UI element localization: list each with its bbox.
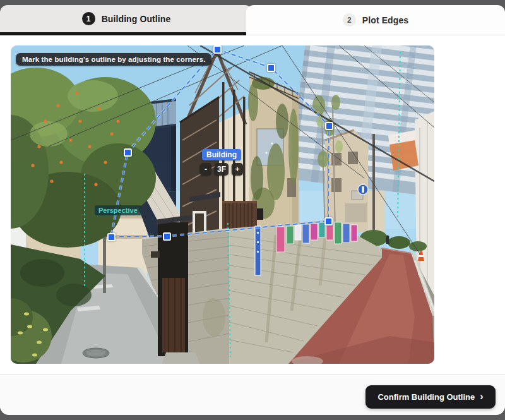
floor-value: 3F bbox=[215, 163, 229, 176]
outline-corner-handle[interactable] bbox=[267, 64, 275, 72]
chevron-right-icon: › bbox=[480, 392, 483, 402]
tab-building-outline[interactable]: 1 Building Outline bbox=[0, 5, 252, 35]
floor-increase-button[interactable]: + bbox=[232, 163, 243, 176]
step-1-badge: 1 bbox=[82, 12, 95, 25]
tab-plot-edges[interactable]: 2 Plot Edges bbox=[246, 5, 505, 35]
outline-corner-handle[interactable] bbox=[324, 217, 333, 225]
instruction-tooltip: Mark the building's outline by adjusting… bbox=[16, 53, 211, 66]
street-photo bbox=[11, 45, 434, 364]
outline-corner-handle[interactable] bbox=[163, 232, 171, 241]
tab-building-outline-label: Building Outline bbox=[102, 14, 171, 24]
building-tag: Building bbox=[202, 149, 241, 160]
confirm-button-label: Confirm Building Outline bbox=[377, 392, 475, 402]
outline-corner-handle[interactable] bbox=[107, 233, 116, 241]
outline-corner-handle[interactable] bbox=[124, 148, 132, 157]
main-content: Mark the building's outline by adjusting… bbox=[0, 35, 505, 414]
tab-plot-edges-label: Plot Edges bbox=[362, 15, 408, 25]
perspective-tag: Perspective bbox=[95, 205, 141, 215]
outline-corner-handle[interactable] bbox=[213, 45, 222, 54]
footer-bar: Confirm Building Outline › bbox=[0, 374, 505, 415]
annotation-canvas[interactable]: Mark the building's outline by adjusting… bbox=[11, 45, 434, 364]
outline-corner-handle[interactable] bbox=[325, 122, 333, 130]
floor-controls: - 3F + bbox=[200, 163, 243, 176]
step-2-badge: 2 bbox=[343, 13, 356, 27]
step-tabbar: 1 Building Outline 2 Plot Edges bbox=[0, 5, 505, 35]
floor-decrease-button[interactable]: - bbox=[200, 163, 211, 176]
confirm-building-outline-button[interactable]: Confirm Building Outline › bbox=[365, 385, 496, 409]
app-window: 1 Building Outline 2 Plot Edges bbox=[0, 5, 505, 414]
